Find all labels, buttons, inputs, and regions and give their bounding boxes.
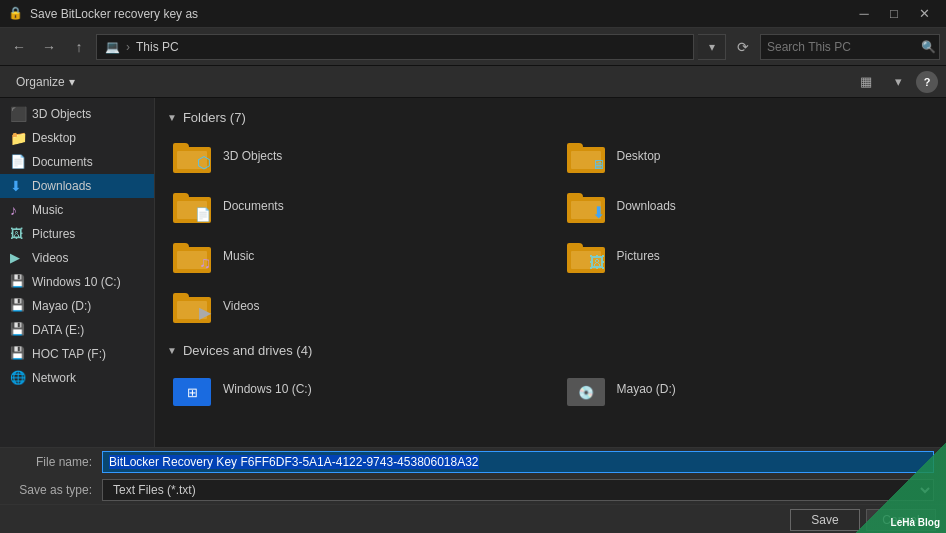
help-button[interactable]: ? bbox=[916, 71, 938, 93]
filename-input[interactable] bbox=[102, 451, 934, 473]
window-controls: ─ □ ✕ bbox=[850, 0, 938, 28]
title-bar: 🔒 Save BitLocker recovery key as ─ □ ✕ bbox=[0, 0, 946, 28]
sidebar-item-downloads[interactable]: ⬇ Downloads bbox=[0, 174, 154, 198]
app-icon: 🔒 bbox=[8, 6, 24, 22]
sidebar: ⬛ 3D Objects 📁 Desktop 📄 Documents ⬇ Dow… bbox=[0, 98, 155, 447]
toolbar: ← → ↑ 💻 › This PC ▾ ⟳ 🔍 bbox=[0, 28, 946, 66]
sidebar-item-c-drive[interactable]: 💾 Windows 10 (C:) bbox=[0, 270, 154, 294]
sidebar-item-label: Videos bbox=[32, 251, 68, 265]
sidebar-item-label: HOC TAP (F:) bbox=[32, 347, 106, 361]
folder-desktop[interactable]: 🖥 Desktop bbox=[561, 135, 935, 177]
folder-documents[interactable]: 📄 Documents bbox=[167, 185, 541, 227]
folder-icon-videos: ▶ bbox=[173, 289, 213, 323]
search-box[interactable]: 🔍 bbox=[760, 34, 940, 60]
sidebar-item-e-drive[interactable]: 💾 DATA (E:) bbox=[0, 318, 154, 342]
3d-objects-icon: ⬛ bbox=[10, 106, 26, 122]
filetype-select[interactable]: Text Files (*.txt) bbox=[102, 479, 934, 501]
badge-desktop: 🖥 bbox=[592, 158, 605, 171]
sidebar-item-d-drive[interactable]: 💾 Mayao (D:) bbox=[0, 294, 154, 318]
folder-name-pictures: Pictures bbox=[617, 249, 660, 263]
sidebar-item-pictures[interactable]: 🖼 Pictures bbox=[0, 222, 154, 246]
folder-name-3dobjects: 3D Objects bbox=[223, 149, 282, 163]
drive-name-mayao: Mayao (D:) bbox=[617, 382, 676, 396]
badge-music: ♫ bbox=[199, 255, 211, 271]
folder-icon-music: ♫ bbox=[173, 239, 213, 273]
sidebar-item-documents[interactable]: 📄 Documents bbox=[0, 150, 154, 174]
cancel-button[interactable]: Cancel bbox=[866, 509, 936, 531]
sidebar-item-3dobjects[interactable]: ⬛ 3D Objects bbox=[0, 102, 154, 126]
filename-row: File name: bbox=[0, 448, 946, 476]
folder-videos[interactable]: ▶ Videos bbox=[167, 285, 541, 327]
drive-d-icon: 💾 bbox=[10, 298, 26, 314]
address-separator: › bbox=[126, 40, 130, 54]
organize-arrow: ▾ bbox=[69, 75, 75, 89]
drives-grid: ⊞ Windows 10 (C:) 💿 Mayao (D:) bbox=[167, 368, 934, 410]
badge-pictures: 🖼 bbox=[589, 255, 605, 271]
search-input[interactable] bbox=[767, 40, 917, 54]
folder-icon-desktop: 🖥 bbox=[567, 139, 607, 173]
drive-d-letter: 💿 bbox=[578, 385, 594, 400]
sidebar-item-label: Network bbox=[32, 371, 76, 385]
view-button[interactable]: ▦ bbox=[852, 70, 880, 94]
downloads-icon: ⬇ bbox=[10, 178, 26, 194]
sidebar-item-desktop[interactable]: 📁 Desktop bbox=[0, 126, 154, 150]
sidebar-item-label: Pictures bbox=[32, 227, 75, 241]
back-button[interactable]: ← bbox=[6, 34, 32, 60]
drive-icon-windows: ⊞ bbox=[173, 372, 213, 406]
drive-c-icon: 💾 bbox=[10, 274, 26, 290]
sidebar-item-videos[interactable]: ▶ Videos bbox=[0, 246, 154, 270]
address-icon: 💻 bbox=[105, 40, 120, 54]
savetype-row: Save as type: Text Files (*.txt) bbox=[0, 476, 946, 504]
folder-name-documents: Documents bbox=[223, 199, 284, 213]
refresh-button[interactable]: ⟳ bbox=[730, 34, 756, 60]
sidebar-item-label: Documents bbox=[32, 155, 93, 169]
videos-icon: ▶ bbox=[10, 250, 26, 266]
sidebar-item-label: Mayao (D:) bbox=[32, 299, 91, 313]
minimize-button[interactable]: ─ bbox=[850, 0, 878, 28]
devices-section-header: ▼ Devices and drives (4) bbox=[167, 343, 934, 358]
up-button[interactable]: ↑ bbox=[66, 34, 92, 60]
folder-music[interactable]: ♫ Music bbox=[167, 235, 541, 277]
folder-3dobjects[interactable]: ⬡ 3D Objects bbox=[167, 135, 541, 177]
address-dropdown[interactable]: ▾ bbox=[698, 34, 726, 60]
address-location: This PC bbox=[136, 40, 179, 54]
sidebar-item-label: Music bbox=[32, 203, 63, 217]
drive-windows[interactable]: ⊞ Windows 10 (C:) bbox=[167, 368, 541, 410]
folder-downloads[interactable]: ⬇ Downloads bbox=[561, 185, 935, 227]
save-button[interactable]: Save bbox=[790, 509, 860, 531]
drive-name-windows: Windows 10 (C:) bbox=[223, 382, 312, 396]
folders-grid: ⬡ 3D Objects 🖥 Desktop bbox=[167, 135, 934, 327]
sidebar-item-f-drive[interactable]: 💾 HOC TAP (F:) bbox=[0, 342, 154, 366]
devices-title: Devices and drives (4) bbox=[183, 343, 312, 358]
badge-3d: ⬡ bbox=[197, 155, 211, 171]
close-button[interactable]: ✕ bbox=[910, 0, 938, 28]
folder-name-videos: Videos bbox=[223, 299, 259, 313]
sidebar-item-label: Desktop bbox=[32, 131, 76, 145]
badge-downloads: ⬇ bbox=[592, 205, 605, 221]
view-dropdown[interactable]: ▾ bbox=[884, 70, 912, 94]
folder-icon-3dobjects: ⬡ bbox=[173, 139, 213, 173]
search-icon: 🔍 bbox=[921, 40, 936, 54]
organize-label: Organize bbox=[16, 75, 65, 89]
documents-icon: 📄 bbox=[10, 154, 26, 170]
forward-button[interactable]: → bbox=[36, 34, 62, 60]
drive-e-icon: 💾 bbox=[10, 322, 26, 338]
folders-chevron: ▼ bbox=[167, 112, 177, 123]
folder-pictures[interactable]: 🖼 Pictures bbox=[561, 235, 935, 277]
desktop-icon: 📁 bbox=[10, 130, 26, 146]
folder-icon-pictures: 🖼 bbox=[567, 239, 607, 273]
folder-name-desktop: Desktop bbox=[617, 149, 661, 163]
action-bar: Save Cancel bbox=[0, 504, 946, 533]
folder-name-downloads: Downloads bbox=[617, 199, 676, 213]
music-icon: ♪ bbox=[10, 202, 26, 218]
sidebar-item-label: Downloads bbox=[32, 179, 91, 193]
drive-mayao[interactable]: 💿 Mayao (D:) bbox=[561, 368, 935, 410]
address-bar[interactable]: 💻 › This PC bbox=[96, 34, 694, 60]
sidebar-item-label: DATA (E:) bbox=[32, 323, 84, 337]
sidebar-item-network[interactable]: 🌐 Network bbox=[0, 366, 154, 390]
sidebar-item-music[interactable]: ♪ Music bbox=[0, 198, 154, 222]
savetype-label: Save as type: bbox=[12, 483, 92, 497]
maximize-button[interactable]: □ bbox=[880, 0, 908, 28]
pictures-icon: 🖼 bbox=[10, 226, 26, 242]
organize-button[interactable]: Organize ▾ bbox=[8, 72, 83, 92]
